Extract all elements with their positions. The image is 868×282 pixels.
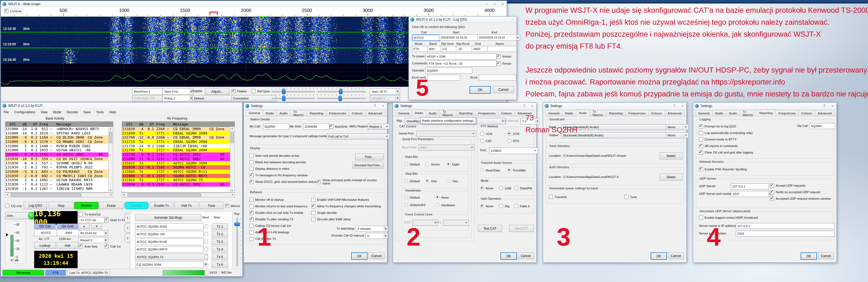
bins-pixel-spinner[interactable]: Bins/Pixel 3: [132, 88, 166, 94]
cancel-button[interactable]: Cancel: [668, 252, 684, 259]
checkbox[interactable]: [249, 204, 253, 208]
tab-frequencies[interactable]: Frequencies: [475, 110, 498, 116]
decode-row[interactable]: 131630 -4 0.1 2269 ~ CQ EB5AL IM99CQ Zon…: [122, 127, 230, 131]
decode-row[interactable]: 131800 11 -0.1 2141 ~ CQ 4O7CC JN924O: [122, 157, 230, 161]
spectrum-gain-slider[interactable]: [272, 95, 315, 101]
tab-tx-macros[interactable]: Tx Macros: [290, 110, 307, 116]
dx-call-header[interactable]: DX Call: [34, 224, 56, 229]
next-radio-5[interactable]: [204, 255, 208, 259]
decode-row[interactable]: 131830 11 -0.1 2142 ~ SQ2RH 4O7CC -16: [122, 165, 230, 170]
decode-row[interactable]: 131930 -1 0.2 1167 ~ IZ8CCW II5MPI RRR: [5, 187, 108, 191]
radio-button[interactable]: [499, 186, 503, 190]
cancel-button[interactable]: Cancel: [493, 86, 514, 93]
tx-watchdog-spinner[interactable]: 3 minutes: [356, 226, 388, 232]
tab-frequencies[interactable]: Frequencies: [326, 110, 349, 116]
rpt-rcvd-field[interactable]: -16: [456, 46, 473, 52]
tab-reporting[interactable]: Reporting: [756, 110, 776, 116]
maximize-icon[interactable]: □: [491, 1, 499, 7]
checkbox[interactable]: [311, 198, 315, 202]
rcvd-field[interactable]: [479, 75, 516, 81]
decode-row[interactable]: 131715 Tx 1771 ~ EB5AL SQ2RH JO94: [122, 140, 230, 144]
azel-select-button[interactable]: Select: [659, 174, 682, 181]
call-1st-checkbox[interactable]: [104, 244, 108, 248]
ok-button[interactable]: OK: [351, 252, 368, 260]
udp-port-spinner[interactable]: 2237: [731, 191, 772, 197]
decode-row[interactable]: 131815 Tx 1727 ~ 4O7CC SQ2RH JO94: [122, 161, 230, 165]
stop-button[interactable]: Stop: [49, 202, 73, 209]
operator-field[interactable]: SQ2RH: [426, 68, 472, 74]
checkbox[interactable]: [249, 173, 253, 177]
cancel-button[interactable]: Cancel: [818, 252, 834, 259]
ptt-port-select[interactable]: COM11: [489, 147, 538, 154]
menu-decode[interactable]: Decode: [64, 109, 81, 115]
band-activity-hscrollbar[interactable]: [5, 193, 113, 197]
radio-button[interactable]: [514, 186, 519, 190]
name-field[interactable]: [488, 46, 517, 52]
tx-now-button-3[interactable]: Tx 3: [212, 238, 228, 245]
checkbox[interactable]: [311, 204, 315, 208]
checkbox[interactable]: [770, 190, 774, 194]
autogrid-checkbox[interactable]: [329, 124, 333, 129]
settings-titlebar[interactable]: Settings ?×: [393, 103, 536, 110]
slider-handle[interactable]: [282, 89, 285, 94]
tab-reporting[interactable]: Reporting: [456, 110, 475, 116]
decode-row[interactable]: 131730 -14 0.1 2268 ~ IZ8JJM EB5AL +00: [122, 144, 230, 148]
radio-button[interactable]: [499, 204, 503, 208]
generate-std-msgs-button[interactable]: Generate Std Msgs: [135, 214, 202, 221]
display-mode-select[interactable]: Cumulative: [231, 95, 276, 101]
decode-row[interactable]: 131900 -6 0.1 1370 ~ CQ M0ABG JO02CQ Zon…: [5, 140, 108, 144]
radio-button[interactable]: [436, 195, 440, 199]
radio-button[interactable]: [404, 162, 408, 166]
radio-button[interactable]: [507, 139, 512, 143]
rts-select[interactable]: [443, 220, 469, 226]
decode-row[interactable]: 131730 9 -0.1 2141 ~ CQ 4O7CC JN924O: [122, 152, 230, 157]
radio-button[interactable]: [404, 195, 408, 199]
decode-row[interactable]: 131745 Tx 1727 ~ EB5AL SQ2RH JO94: [122, 148, 230, 152]
rx-freq-spinner[interactable]: Rx 2143 Hz: [79, 230, 108, 236]
ok-button[interactable]: OK: [470, 86, 491, 94]
cancel-button[interactable]: Cancel: [369, 252, 384, 259]
checkbox[interactable]: [249, 167, 253, 171]
message-tab-2[interactable]: 2: [125, 223, 130, 232]
checkbox[interactable]: [249, 211, 253, 215]
decode-row[interactable]: 131930 -7 0.4 1112 ~ LA4WKA RD4AN LN19: [5, 182, 108, 187]
erase-button[interactable]: Erase: [99, 202, 124, 209]
tx-message-input-4[interactable]: 4O7CC SQ2RH RR73: [135, 246, 204, 253]
radio-button[interactable]: [446, 162, 451, 166]
radio-button[interactable]: [436, 203, 440, 207]
font-button[interactable]: Font...: [355, 153, 383, 160]
call-field[interactable]: 4O7CC: [412, 34, 440, 41]
test-ptt-button[interactable]: Test PTT: [509, 225, 534, 232]
decode-row[interactable]: 131930 -5 0.1 843 ~ CQ PA/KX4UICQ Zone: [5, 170, 108, 174]
tx-now-button-1[interactable]: Tx 1: [212, 223, 228, 230]
radio-button[interactable]: [446, 179, 451, 183]
decode-row[interactable]: 131900 -14 1.0 912 ~ <HB9OCR> AO495S RR7…: [5, 127, 108, 131]
menu-tools[interactable]: Tools: [93, 109, 106, 115]
radio-button[interactable]: [425, 179, 429, 183]
checkbox[interactable]: [249, 224, 253, 228]
close-icon[interactable]: ×: [379, 103, 387, 109]
next-radio-2[interactable]: [204, 232, 208, 236]
band-field[interactable]: 30m: [427, 46, 442, 52]
grid-field[interactable]: JN92: [472, 46, 489, 52]
iaru-select[interactable]: Region 1: [368, 123, 390, 130]
checkbox[interactable]: [311, 211, 315, 215]
waterfall-gain-slider[interactable]: [272, 89, 315, 94]
mode-field[interactable]: FT8: [412, 46, 428, 52]
jt65-jt9-spinner[interactable]: JT65 2500 JT9: [132, 95, 166, 101]
checkbox[interactable]: [770, 184, 774, 188]
principal-prefix-checkbox[interactable]: [317, 180, 321, 184]
main-titlebar[interactable]: WSJT-X v2.1.2 by K1JT: [1, 103, 242, 109]
exch-sent-field[interactable]: [427, 75, 460, 81]
tab-audio[interactable]: Audio: [426, 110, 440, 116]
server-port-input[interactable]: 2333: [736, 231, 835, 236]
palette-select[interactable]: Default: [192, 95, 236, 101]
decode-row[interactable]: 131930 8 0.1 557 ~ SV2HNE OH3OJ R-09: [5, 161, 108, 165]
checkbox[interactable]: [699, 150, 703, 154]
tx-now-button-4[interactable]: Tx 4: [212, 246, 228, 253]
tab-audio[interactable]: Audio: [277, 110, 290, 116]
tab-general[interactable]: General: [395, 110, 412, 116]
rx-frequency-vscrollbar[interactable]: [230, 126, 235, 193]
checkbox[interactable]: [311, 217, 315, 221]
tx-now-button-6[interactable]: Tx 6: [212, 261, 228, 268]
